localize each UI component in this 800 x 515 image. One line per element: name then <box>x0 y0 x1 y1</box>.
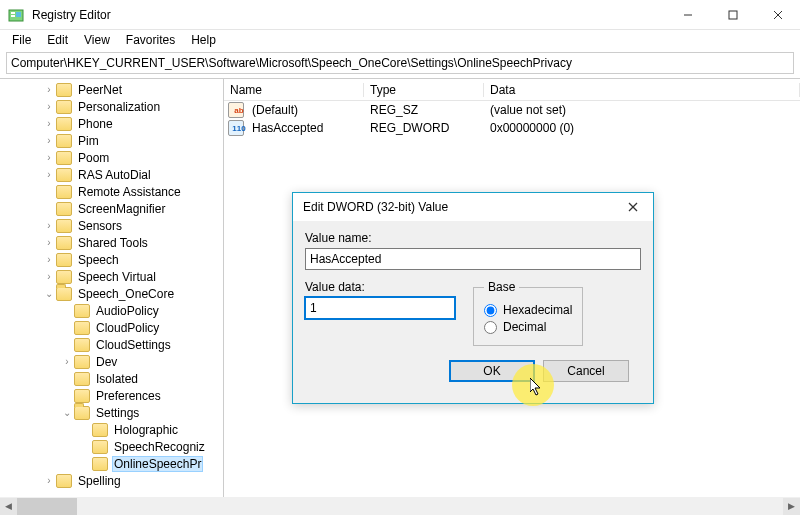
value-type: REG_SZ <box>364 103 484 117</box>
tree-item[interactable]: Remote Assistance <box>2 183 223 200</box>
base-group: Base Hexadecimal Decimal <box>473 280 583 346</box>
address-path: Computer\HKEY_CURRENT_USER\Software\Micr… <box>11 56 572 70</box>
address-bar[interactable]: Computer\HKEY_CURRENT_USER\Software\Micr… <box>6 52 794 74</box>
dialog-titlebar[interactable]: Edit DWORD (32-bit) Value <box>293 193 653 221</box>
radio-decimal[interactable] <box>484 321 497 334</box>
tree-item[interactable]: ›RAS AutoDial <box>2 166 223 183</box>
value-data: (value not set) <box>484 103 800 117</box>
menu-file[interactable]: File <box>6 31 37 49</box>
tree-item-label: Spelling <box>76 474 123 488</box>
folder-icon <box>92 457 108 471</box>
menu-edit[interactable]: Edit <box>41 31 74 49</box>
tree-item-label: Speech Virtual <box>76 270 158 284</box>
folder-icon <box>74 372 90 386</box>
value-data-input[interactable] <box>305 297 455 319</box>
tree-item[interactable]: ›Phone <box>2 115 223 132</box>
value-name: (Default) <box>246 103 364 117</box>
tree-item[interactable]: CloudPolicy <box>2 319 223 336</box>
col-header-data[interactable]: Data <box>484 83 800 97</box>
value-name: HasAccepted <box>246 121 364 135</box>
tree-item-label: RAS AutoDial <box>76 168 153 182</box>
chevron-right-icon[interactable]: › <box>42 220 56 231</box>
col-header-name[interactable]: Name <box>224 83 364 97</box>
chevron-right-icon[interactable]: › <box>42 475 56 486</box>
folder-icon <box>74 355 90 369</box>
col-header-type[interactable]: Type <box>364 83 484 97</box>
close-button[interactable] <box>755 0 800 30</box>
tree-item-label: Dev <box>94 355 119 369</box>
svg-rect-5 <box>729 11 737 19</box>
tree-item[interactable]: ›Shared Tools <box>2 234 223 251</box>
tree-item[interactable]: ›Speech Virtual <box>2 268 223 285</box>
chevron-right-icon[interactable]: › <box>42 271 56 282</box>
folder-icon <box>92 440 108 454</box>
folder-icon <box>56 168 72 182</box>
scroll-left-button[interactable]: ◀ <box>0 498 17 515</box>
tree-item[interactable]: AudioPolicy <box>2 302 223 319</box>
tree-item-label: Sensors <box>76 219 124 233</box>
menu-view[interactable]: View <box>78 31 116 49</box>
tree-item[interactable]: ⌄Speech_OneCore <box>2 285 223 302</box>
maximize-button[interactable] <box>710 0 755 30</box>
tree-item-label: Settings <box>94 406 141 420</box>
horizontal-scrollbar[interactable]: ◀ ▶ <box>0 497 800 515</box>
tree-item[interactable]: Preferences <box>2 387 223 404</box>
menu-help[interactable]: Help <box>185 31 222 49</box>
chevron-right-icon[interactable]: › <box>42 135 56 146</box>
folder-icon <box>56 202 72 216</box>
folder-icon <box>56 270 72 284</box>
chevron-down-icon[interactable]: ⌄ <box>42 288 56 299</box>
tree-item[interactable]: ScreenMagnifier <box>2 200 223 217</box>
base-legend: Base <box>484 280 519 294</box>
tree-item[interactable]: ›Pim <box>2 132 223 149</box>
tree-item[interactable]: ›Speech <box>2 251 223 268</box>
ok-button[interactable]: OK <box>449 360 535 382</box>
tree-item[interactable]: ›Dev <box>2 353 223 370</box>
scroll-thumb[interactable] <box>17 498 77 515</box>
chevron-right-icon[interactable]: › <box>42 101 56 112</box>
chevron-right-icon[interactable]: › <box>42 237 56 248</box>
menu-favorites[interactable]: Favorites <box>120 31 181 49</box>
svg-rect-1 <box>11 12 15 14</box>
tree-item[interactable]: ›Poom <box>2 149 223 166</box>
tree-item[interactable]: ›Personalization <box>2 98 223 115</box>
minimize-button[interactable] <box>665 0 710 30</box>
tree-item-label: Personalization <box>76 100 162 114</box>
edit-dword-dialog: Edit DWORD (32-bit) Value Value name: Va… <box>292 192 654 404</box>
dialog-close-button[interactable] <box>619 196 647 218</box>
tree-item[interactable]: Isolated <box>2 370 223 387</box>
titlebar: Registry Editor <box>0 0 800 30</box>
cancel-button[interactable]: Cancel <box>543 360 629 382</box>
app-icon <box>8 7 24 23</box>
chevron-down-icon[interactable]: ⌄ <box>60 407 74 418</box>
tree-item-label: Pim <box>76 134 101 148</box>
tree-item[interactable]: ›Spelling <box>2 472 223 489</box>
tree-item[interactable]: ›PeerNet <box>2 81 223 98</box>
chevron-right-icon[interactable]: › <box>42 254 56 265</box>
chevron-right-icon[interactable]: › <box>60 356 74 367</box>
tree-item[interactable]: Holographic <box>2 421 223 438</box>
radio-hexadecimal[interactable] <box>484 304 497 317</box>
tree-item-label: Phone <box>76 117 115 131</box>
scroll-right-button[interactable]: ▶ <box>783 498 800 515</box>
value-row[interactable]: 110HasAcceptedREG_DWORD0x00000000 (0) <box>224 119 800 137</box>
tree-item[interactable]: OnlineSpeechPr <box>2 455 223 472</box>
folder-icon <box>56 134 72 148</box>
chevron-right-icon[interactable]: › <box>42 118 56 129</box>
tree-item[interactable]: CloudSettings <box>2 336 223 353</box>
tree-item-label: AudioPolicy <box>94 304 161 318</box>
chevron-right-icon[interactable]: › <box>42 152 56 163</box>
scroll-track[interactable] <box>17 498 783 515</box>
folder-icon <box>56 287 72 301</box>
folder-icon <box>56 100 72 114</box>
tree-item-label: Remote Assistance <box>76 185 183 199</box>
tree-item[interactable]: ⌄Settings <box>2 404 223 421</box>
chevron-right-icon[interactable]: › <box>42 169 56 180</box>
tree-view[interactable]: ›PeerNet›Personalization›Phone›Pim›Poom›… <box>0 79 224 497</box>
radio-hex-label: Hexadecimal <box>503 303 572 317</box>
tree-item[interactable]: ›Sensors <box>2 217 223 234</box>
chevron-right-icon[interactable]: › <box>42 84 56 95</box>
tree-item[interactable]: SpeechRecogniz <box>2 438 223 455</box>
value-name-input[interactable] <box>305 248 641 270</box>
value-row[interactable]: ab(Default)REG_SZ(value not set) <box>224 101 800 119</box>
